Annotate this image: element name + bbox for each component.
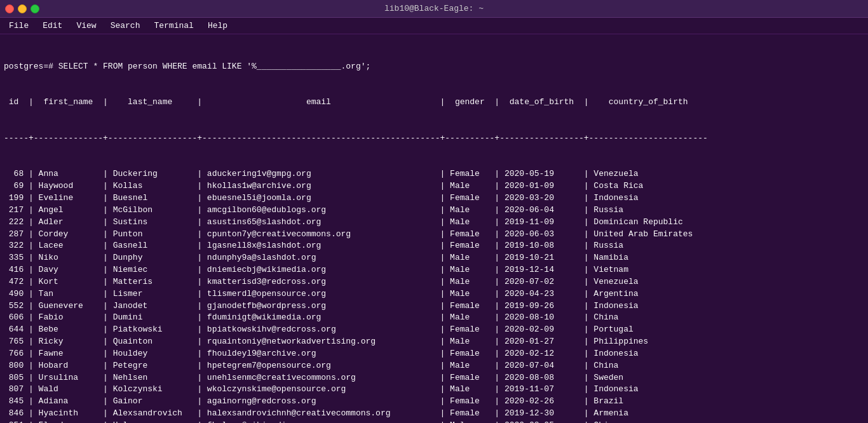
table-row: 807 | Wald | Kolczynski | wkolczynskime@… [4,384,864,396]
table-row: 69 | Haywood | Kollas | hkollas1w@archiv… [4,180,864,192]
table-row: 222 | Adler | Sustins | asustins65@slash… [4,217,864,229]
table-row: 322 | Lacee | Gasnell | lgasnell8x@slash… [4,240,864,252]
table-row: 472 | Kort | Matteris | kmatterisd3@redc… [4,276,864,288]
separator-line: -----+--------------+------------------+… [4,133,864,145]
menu-search[interactable]: Search [104,20,147,32]
table-row: 68 | Anna | Duckering | aduckering1v@gmp… [4,168,864,180]
header-line: id | first_name | last_name | email | ge… [4,97,864,109]
prompt-line: postgres=# SELECT * FROM person WHERE em… [4,61,864,73]
menu-bar: File Edit View Search Terminal Help [0,18,868,34]
table-row: 846 | Hyacinth | Alexsandrovich | halexs… [4,408,864,420]
table-row: 335 | Niko | Dunphy | ndunphy9a@slashdot… [4,252,864,264]
table-row: 805 | Ursulina | Nehlsen | unehlsenmc@cr… [4,372,864,384]
menu-edit[interactable]: Edit [36,20,69,32]
table-row: 490 | Tan | Lismer | tlismerdl@opensourc… [4,288,864,300]
maximize-button[interactable] [31,4,39,13]
table-row: 416 | Davy | Niemiec | dniemiecbj@wikime… [4,264,864,276]
table-row: 644 | Bebe | Piatkowski | bpiatkowskihv@… [4,324,864,336]
table-row: 287 | Cordey | Punton | cpunton7y@creati… [4,229,864,241]
menu-help[interactable]: Help [201,20,234,32]
data-rows-container: 68 | Anna | Duckering | aduckering1v@gmp… [4,168,864,423]
table-row: 765 | Ricky | Quainton | rquaintoniy@net… [4,336,864,348]
menu-view[interactable]: View [70,20,102,32]
menu-file[interactable]: File [3,20,35,32]
table-row: 552 | Guenevere | Janodet | gjanodetfb@w… [4,300,864,312]
table-row: 606 | Fabio | Dumini | fduminigt@wikimed… [4,312,864,324]
table-row: 851 | Floyd | Helm | fhelmnm@wikipedia.o… [4,420,864,423]
window-title: lib10@Black-Eagle: ~ [384,4,484,13]
title-bar: lib10@Black-Eagle: ~ [0,0,868,18]
window-controls[interactable] [5,4,39,13]
table-row: 199 | Eveline | Buesnel | ebuesnel5i@joo… [4,192,864,205]
minimize-button[interactable] [18,4,27,13]
table-row: 800 | Hobard | Petegre | hpetegrem7@open… [4,360,864,372]
table-row: 217 | Angel | McGilbon | amcgilbon60@edu… [4,205,864,217]
close-button[interactable] [5,4,14,13]
table-row: 845 | Adiana | Gainor | againorng@redcro… [4,396,864,408]
terminal-body[interactable]: postgres=# SELECT * FROM person WHERE em… [0,34,868,423]
table-row: 766 | Fawne | Houldey | fhouldeyl9@archi… [4,348,864,360]
menu-terminal[interactable]: Terminal [147,20,200,32]
